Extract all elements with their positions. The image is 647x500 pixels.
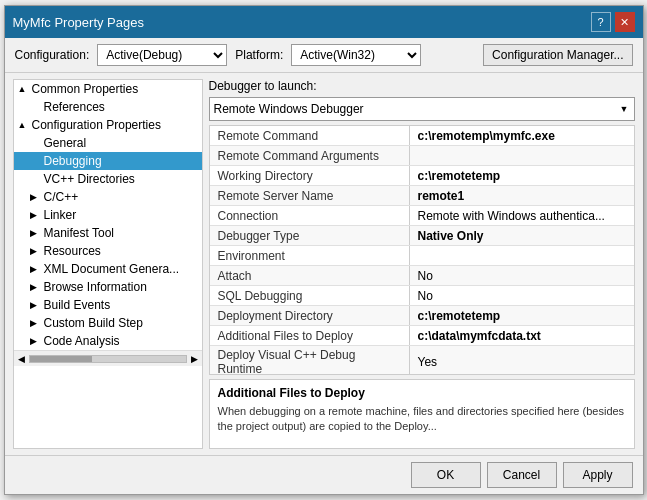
config-manager-button[interactable]: Configuration Manager... bbox=[483, 44, 632, 66]
tree-item-code-analysis[interactable]: ▶Code Analysis bbox=[14, 332, 202, 350]
tree-label-common-props: Common Properties bbox=[32, 82, 139, 96]
prop-name-5: Debugger Type bbox=[210, 226, 410, 245]
tree-item-build-events[interactable]: ▶Build Events bbox=[14, 296, 202, 314]
tree-label-manifest-tool: Manifest Tool bbox=[44, 226, 114, 240]
tree-label-debugging: Debugging bbox=[44, 154, 102, 168]
tree-label-custom-build: Custom Build Step bbox=[44, 316, 143, 330]
prop-row-4[interactable]: ConnectionRemote with Windows authentica… bbox=[210, 206, 634, 226]
config-bar: Configuration: Active(Debug) Platform: A… bbox=[5, 38, 643, 73]
main-content: ▲Common PropertiesReferences▲Configurati… bbox=[5, 73, 643, 455]
prop-name-1: Remote Command Arguments bbox=[210, 146, 410, 165]
tree-item-linker[interactable]: ▶Linker bbox=[14, 206, 202, 224]
prop-row-10[interactable]: Additional Files to Deployc:\data\mymfcd… bbox=[210, 326, 634, 346]
tree-item-general[interactable]: General bbox=[14, 134, 202, 152]
tree-arrow-cpp: ▶ bbox=[30, 192, 42, 202]
tree-arrow-build-events: ▶ bbox=[30, 300, 42, 310]
right-panel: Debugger to launch: Remote Windows Debug… bbox=[209, 79, 635, 449]
left-tree-panel: ▲Common PropertiesReferences▲Configurati… bbox=[13, 79, 203, 449]
tree-item-manifest-tool[interactable]: ▶Manifest Tool bbox=[14, 224, 202, 242]
tree-arrow-custom-build: ▶ bbox=[30, 318, 42, 328]
debugger-select-wrapper: Remote Windows Debugger bbox=[209, 97, 635, 121]
prop-row-9[interactable]: Deployment Directoryc:\remotetemp bbox=[210, 306, 634, 326]
config-label: Configuration: bbox=[15, 48, 90, 62]
help-button[interactable]: ? bbox=[591, 12, 611, 32]
scroll-left-arrow[interactable]: ◀ bbox=[18, 354, 25, 364]
description-text: When debugging on a remote machine, file… bbox=[218, 404, 626, 435]
config-select[interactable]: Active(Debug) bbox=[97, 44, 227, 66]
tree-label-vc-dirs: VC++ Directories bbox=[44, 172, 135, 186]
tree-item-debugging[interactable]: Debugging bbox=[14, 152, 202, 170]
title-bar-controls: ? ✕ bbox=[591, 12, 635, 32]
tree-arrow-code-analysis: ▶ bbox=[30, 336, 42, 346]
tree-item-config-props[interactable]: ▲Configuration Properties bbox=[14, 116, 202, 134]
properties-table: Remote Commandc:\remotemp\mymfc.exeRemot… bbox=[209, 125, 635, 375]
prop-name-9: Deployment Directory bbox=[210, 306, 410, 325]
tree-arrow-xml-doc: ▶ bbox=[30, 264, 42, 274]
prop-value-1 bbox=[410, 146, 634, 165]
tree-item-cpp[interactable]: ▶C/C++ bbox=[14, 188, 202, 206]
tree-label-config-props: Configuration Properties bbox=[32, 118, 161, 132]
tree-container: ▲Common PropertiesReferences▲Configurati… bbox=[14, 80, 202, 350]
tree-label-browse-info: Browse Information bbox=[44, 280, 147, 294]
tree-item-references[interactable]: References bbox=[14, 98, 202, 116]
scroll-thumb bbox=[30, 356, 92, 362]
tree-label-build-events: Build Events bbox=[44, 298, 111, 312]
prop-value-11: Yes bbox=[410, 346, 634, 375]
close-button[interactable]: ✕ bbox=[615, 12, 635, 32]
tree-item-resources[interactable]: ▶Resources bbox=[14, 242, 202, 260]
prop-row-6[interactable]: Environment bbox=[210, 246, 634, 266]
props-container: Remote Commandc:\remotemp\mymfc.exeRemot… bbox=[210, 126, 634, 375]
prop-name-10: Additional Files to Deploy bbox=[210, 326, 410, 345]
prop-row-2[interactable]: Working Directoryc:\remotetemp bbox=[210, 166, 634, 186]
prop-value-10: c:\data\mymfcdata.txt bbox=[410, 326, 634, 345]
description-box: Additional Files to Deploy When debuggin… bbox=[209, 379, 635, 449]
tree-label-xml-doc: XML Document Genera... bbox=[44, 262, 180, 276]
scroll-track[interactable] bbox=[29, 355, 187, 363]
prop-row-1[interactable]: Remote Command Arguments bbox=[210, 146, 634, 166]
prop-row-11[interactable]: Deploy Visual C++ Debug RuntimeYes bbox=[210, 346, 634, 375]
prop-value-9: c:\remotetemp bbox=[410, 306, 634, 325]
debugger-select[interactable]: Remote Windows Debugger bbox=[209, 97, 635, 121]
horizontal-scrollbar[interactable]: ◀ ▶ bbox=[14, 350, 202, 366]
prop-row-5[interactable]: Debugger TypeNative Only bbox=[210, 226, 634, 246]
tree-arrow-common-props: ▲ bbox=[18, 84, 30, 94]
apply-button[interactable]: Apply bbox=[563, 462, 633, 488]
prop-row-3[interactable]: Remote Server Nameremote1 bbox=[210, 186, 634, 206]
prop-row-7[interactable]: AttachNo bbox=[210, 266, 634, 286]
prop-value-5: Native Only bbox=[410, 226, 634, 245]
tree-arrow-linker: ▶ bbox=[30, 210, 42, 220]
tree-arrow-browse-info: ▶ bbox=[30, 282, 42, 292]
ok-button[interactable]: OK bbox=[411, 462, 481, 488]
tree-item-custom-build[interactable]: ▶Custom Build Step bbox=[14, 314, 202, 332]
prop-value-3: remote1 bbox=[410, 186, 634, 205]
prop-row-0[interactable]: Remote Commandc:\remotemp\mymfc.exe bbox=[210, 126, 634, 146]
tree-label-code-analysis: Code Analysis bbox=[44, 334, 120, 348]
tree-arrow-resources: ▶ bbox=[30, 246, 42, 256]
bottom-bar: OK Cancel Apply bbox=[5, 455, 643, 494]
prop-value-7: No bbox=[410, 266, 634, 285]
prop-name-0: Remote Command bbox=[210, 126, 410, 145]
tree-label-resources: Resources bbox=[44, 244, 101, 258]
prop-value-2: c:\remotetemp bbox=[410, 166, 634, 185]
tree-item-common-props[interactable]: ▲Common Properties bbox=[14, 80, 202, 98]
tree-item-vc-dirs[interactable]: VC++ Directories bbox=[14, 170, 202, 188]
tree-label-references: References bbox=[44, 100, 105, 114]
scroll-right-arrow[interactable]: ▶ bbox=[191, 354, 198, 364]
tree-label-linker: Linker bbox=[44, 208, 77, 222]
cancel-button[interactable]: Cancel bbox=[487, 462, 557, 488]
tree-arrow-config-props: ▲ bbox=[18, 120, 30, 130]
tree-label-general: General bbox=[44, 136, 87, 150]
tree-arrow-manifest-tool: ▶ bbox=[30, 228, 42, 238]
prop-name-6: Environment bbox=[210, 246, 410, 265]
platform-label: Platform: bbox=[235, 48, 283, 62]
prop-name-8: SQL Debugging bbox=[210, 286, 410, 305]
prop-value-6 bbox=[410, 246, 634, 265]
prop-row-8[interactable]: SQL DebuggingNo bbox=[210, 286, 634, 306]
prop-value-4: Remote with Windows authentica... bbox=[410, 206, 634, 225]
platform-select[interactable]: Active(Win32) bbox=[291, 44, 421, 66]
prop-name-4: Connection bbox=[210, 206, 410, 225]
tree-item-xml-doc[interactable]: ▶XML Document Genera... bbox=[14, 260, 202, 278]
debugger-row: Debugger to launch: bbox=[209, 79, 635, 93]
tree-item-browse-info[interactable]: ▶Browse Information bbox=[14, 278, 202, 296]
dialog-title: MyMfc Property Pages bbox=[13, 15, 145, 30]
